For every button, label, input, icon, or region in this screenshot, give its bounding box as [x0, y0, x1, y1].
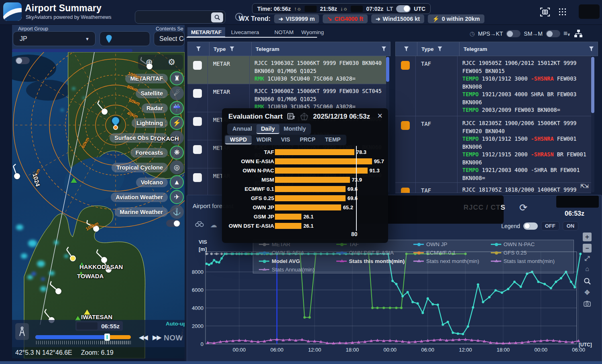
- legend-item[interactable]: OWN JP: [413, 241, 491, 247]
- layer-button-aviation-weather[interactable]: Aviation Weather✈: [111, 190, 184, 204]
- modal-tab-monthly[interactable]: Monthly: [279, 124, 311, 134]
- row-checkbox[interactable]: [193, 89, 202, 98]
- tab-livecamera[interactable]: Livecamera: [228, 27, 263, 38]
- filter-icon[interactable]: [438, 47, 442, 51]
- station-marker[interactable]: [102, 109, 108, 115]
- layer-button-tropical-cyclone[interactable]: Tropical Cyclone◎: [112, 160, 184, 174]
- row-checkbox[interactable]: [401, 188, 410, 193]
- now-button[interactable]: NOW: [164, 334, 183, 342]
- home-icon[interactable]: ⌂: [583, 265, 592, 273]
- tab-metar-taf[interactable]: METAR/TAF: [187, 27, 225, 38]
- row-checkbox[interactable]: [401, 121, 410, 130]
- legend-item[interactable]: GFS 0.25: [491, 250, 568, 256]
- layer-button-satellite[interactable]: Satellite☄: [136, 86, 184, 100]
- layer-button-volcano[interactable]: Volcano▲: [136, 175, 184, 189]
- apps-grid-icon[interactable]: [558, 8, 566, 16]
- table-row[interactable]: METARRJCC 190630Z 15006KT 9999 FEW030 BK…: [187, 56, 386, 84]
- lt-utc-toggle[interactable]: [396, 5, 411, 12]
- pentagon-icon[interactable]: [300, 113, 308, 121]
- modal-subtab-temp[interactable]: TEMP: [320, 135, 346, 144]
- row-checkbox[interactable]: [193, 173, 202, 182]
- search-input[interactable]: [135, 10, 226, 24]
- sm-m-toggle[interactable]: [546, 30, 560, 37]
- mps-kt-toggle[interactable]: [506, 30, 521, 37]
- legend-item[interactable]: Stats next month(min): [413, 258, 491, 264]
- filter-icon[interactable]: [230, 47, 234, 51]
- layer-button-marine-weather[interactable]: Marine Weather⚓: [115, 205, 184, 219]
- refresh-icon[interactable]: ⟳: [519, 202, 527, 213]
- tab-notam[interactable]: NOTAM: [271, 27, 297, 38]
- filter-icon[interactable]: [196, 47, 201, 51]
- taf-table-scrollbar[interactable]: [591, 57, 594, 192]
- filter-icon[interactable]: [589, 47, 594, 51]
- layer-button-lightning[interactable]: Lightning⚡: [132, 116, 184, 130]
- location-pin-input[interactable]: [100, 31, 150, 46]
- modal-tab-daily[interactable]: Daily: [256, 124, 279, 134]
- horizontal-scrollbar[interactable]: [12, 49, 132, 52]
- table-row[interactable]: TAFRJCC 190505Z 1906/2012 15012KT 9999 F…: [395, 56, 591, 116]
- zoom-select-icon[interactable]: [583, 277, 592, 285]
- expand-icon[interactable]: ⇱⇲: [580, 183, 588, 189]
- pan-icon[interactable]: ✥: [583, 288, 592, 297]
- legend-item[interactable]: Model AVG: [259, 258, 336, 264]
- row-checkbox[interactable]: [193, 117, 202, 126]
- filter-icon[interactable]: [382, 47, 386, 51]
- binoculars-icon[interactable]: [195, 221, 204, 227]
- type-column-header[interactable]: Type: [214, 46, 226, 52]
- fullscreen-icon[interactable]: ⤢: [583, 254, 592, 263]
- measure-tool-button[interactable]: [15, 323, 29, 340]
- table-row[interactable]: TAFRJCC 182305Z 1900/2006 15006KT 9999 F…: [395, 116, 591, 183]
- legend-item[interactable]: Stats this month(min): [336, 258, 414, 264]
- list-view-icon[interactable]: ≡∨: [563, 30, 570, 38]
- zoom-out-button[interactable]: －: [583, 244, 592, 253]
- legend-item[interactable]: OWN N-PAC: [491, 241, 568, 247]
- report-icon[interactable]: [287, 113, 295, 120]
- table-row[interactable]: TAFRJCC 181705Z 1818/2000 14006KT 9999: [395, 183, 591, 193]
- row-checkbox[interactable]: [193, 145, 202, 154]
- step-back-button[interactable]: ◀◀: [139, 334, 147, 341]
- contents-set-select[interactable]: Select Co: [154, 31, 185, 46]
- wx-badge[interactable]: ⚡0 within 20km: [428, 14, 484, 23]
- legend-item[interactable]: OWN E-ASIA: [259, 250, 336, 256]
- modal-subtab-wdir[interactable]: WDIR: [252, 135, 276, 144]
- map-settings-gear-icon[interactable]: ⚙: [168, 57, 175, 67]
- screenshot-icon[interactable]: [539, 6, 551, 19]
- timeline-slider[interactable]: [35, 335, 131, 339]
- map-canvas[interactable]: ⊕ ⚙ METAR/TAF♜Satellite☄Radar☔Lightning⚡…: [12, 52, 185, 358]
- search-button[interactable]: [211, 12, 223, 22]
- close-icon[interactable]: ×: [377, 111, 382, 121]
- station-marker[interactable]: [101, 257, 107, 263]
- station-marker[interactable]: [14, 173, 20, 179]
- wx-badge[interactable]: ➜VIS9999 m: [274, 14, 319, 23]
- airport-group-select[interactable]: JP ▼: [13, 31, 96, 46]
- station-marker[interactable]: [55, 288, 61, 294]
- zoom-in-button[interactable]: ＋: [583, 233, 592, 241]
- row-checkbox[interactable]: [193, 61, 202, 70]
- wx-badge[interactable]: ➘CIG4000 ft: [323, 14, 367, 23]
- legend-toggle[interactable]: [523, 222, 538, 230]
- legend-item[interactable]: Stats last month(min): [491, 258, 568, 264]
- legend-off-button[interactable]: OFF: [541, 221, 559, 231]
- station-marker[interactable]: [146, 63, 153, 69]
- row-checkbox[interactable]: [401, 61, 410, 70]
- layer-menu-toggle[interactable]: [166, 220, 181, 227]
- filter-icon[interactable]: [404, 47, 409, 51]
- legend-on-button[interactable]: ON: [563, 221, 579, 231]
- station-marker[interactable]: [70, 255, 76, 261]
- layer-button-radar[interactable]: Radar☔: [142, 101, 184, 115]
- tab-wyoming[interactable]: Wyoming: [298, 27, 327, 38]
- legend-item[interactable]: ECMWF 0.1: [413, 250, 491, 256]
- telegram-column-header[interactable]: Telegram: [256, 46, 279, 52]
- map-overlay-toggle[interactable]: [15, 57, 30, 64]
- modal-subtab-vis[interactable]: VIS: [276, 135, 295, 144]
- legend-item[interactable]: OWN DST E-ASIA: [336, 250, 414, 256]
- snapshot-camera-icon[interactable]: [583, 299, 592, 308]
- type-column-header[interactable]: Type: [421, 46, 434, 52]
- timeline-info-icon[interactable]: i: [181, 327, 183, 339]
- telegram-column-header[interactable]: Telegram: [464, 46, 487, 52]
- modal-tab-annual[interactable]: Annual: [228, 124, 256, 134]
- cloud-icon[interactable]: ☁: [210, 221, 217, 229]
- layer-button-forecasts[interactable]: Forecasts❋: [130, 146, 184, 160]
- modal-subtab-prcp[interactable]: PRCP: [295, 135, 320, 144]
- modal-subtab-wspd[interactable]: WSPD: [225, 135, 252, 144]
